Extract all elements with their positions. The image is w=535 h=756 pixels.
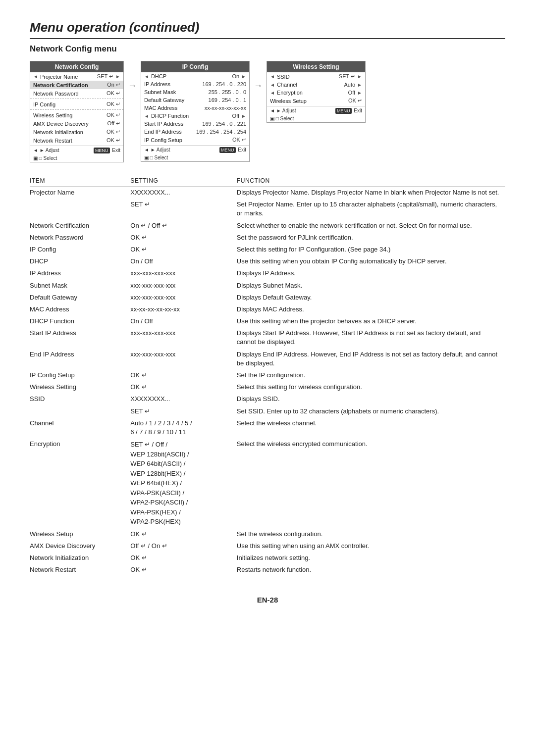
- function-cell: Set SSID. Enter up to 32 characters (alp…: [237, 405, 505, 417]
- function-cell: Displays Default Gateway.: [237, 292, 505, 303]
- table-row: Projector Name XXXXXXXX... Displays Proj…: [30, 187, 505, 199]
- row-value: OK ↵: [107, 112, 120, 118]
- item-cell: IP Config Setup: [30, 369, 130, 381]
- row-label: MAC Address: [144, 105, 205, 111]
- function-cell: Select this setting for wireless configu…: [237, 381, 505, 393]
- row-label: Network Restart: [33, 138, 107, 144]
- row-label: Subnet Mask: [144, 89, 209, 95]
- panel-row-start-ip: Start IP Address 169 . 254 . 0 . 221: [141, 120, 249, 128]
- row-value: SET ↵: [97, 73, 113, 80]
- table-row: IP Address xxx-xxx-xxx-xxx Displays IP A…: [30, 267, 505, 279]
- arrow-right-icon: ►: [357, 90, 362, 96]
- item-cell: Network Password: [30, 232, 130, 244]
- item-cell: Network Certification: [30, 220, 130, 232]
- arrow-left-icon: ◄: [270, 74, 275, 79]
- exit-label: Exit: [112, 148, 120, 153]
- item-cell: Default Gateway: [30, 292, 130, 303]
- ip-config-panel: IP Config ◄ DHCP On ► IP Address 169 . 2…: [141, 61, 250, 162]
- setting-cell: Off ↵ / On ↵: [130, 540, 237, 552]
- col-header-item: ITEM: [30, 177, 130, 187]
- panel-row-net-restart: Network Restart OK ↵: [30, 136, 123, 145]
- row-label: SSID: [277, 74, 339, 80]
- menu-badge: MENU: [219, 147, 236, 153]
- page-title: Menu operation (continued): [30, 20, 505, 39]
- page-number: EN-28: [30, 596, 505, 604]
- row-label: Start IP Address: [144, 121, 202, 127]
- setting-cell: xxx-xxx-xxx-xxx: [130, 349, 237, 369]
- function-cell: Set the password for PJLink certificatio…: [237, 232, 505, 244]
- panel-row-subnet: Subnet Mask 255 . 255 . 0 . 0: [141, 88, 249, 96]
- panel-row-channel: ◄ Channel Auto ►: [267, 81, 365, 89]
- panel-row-dhcp: ◄ DHCP On ►: [141, 72, 249, 80]
- row-value: OK ↵: [107, 137, 120, 144]
- function-cell: Use this setting when the projector beha…: [237, 315, 505, 327]
- arrow-right-icon: ►: [115, 74, 120, 79]
- panel-row-wireless-setting: Wireless Setting OK ↵: [30, 111, 123, 119]
- function-cell: Displays Start IP Address. However, Star…: [237, 327, 505, 348]
- row-label: Network Initialization: [33, 129, 107, 135]
- exit-label: Exit: [354, 108, 362, 113]
- item-cell: Wireless Setup: [30, 528, 130, 540]
- arrow-right-icon: ►: [357, 74, 362, 79]
- function-cell: Select the wireless encrypted communicat…: [237, 438, 505, 528]
- panel-footer: ◄ ► Adjust MENU Exit: [30, 146, 123, 154]
- row-label: IP Address: [144, 81, 202, 87]
- item-cell: Start IP Address: [30, 327, 130, 348]
- panel-footer: ◄ ► Adjust MENU Exit: [141, 145, 249, 154]
- function-cell: Initializes network setting.: [237, 552, 505, 564]
- panel-divider: [30, 99, 123, 99]
- item-cell: Projector Name: [30, 187, 130, 199]
- panel-row-ip-setup: IP Config Setup OK ↵: [141, 136, 249, 144]
- panel-row-encryption: ◄ Encryption Off ►: [267, 89, 365, 97]
- panel-row-gateway: Default Gateway 169 . 254 . 0 . 1: [141, 96, 249, 104]
- setting-cell: OK ↵: [130, 552, 237, 564]
- row-label: End IP Address: [144, 129, 196, 135]
- item-cell: [30, 405, 130, 417]
- menu-panels: Network Config ◄ Projector Name SET ↵ ► …: [30, 61, 505, 162]
- exit-area: MENU Exit: [335, 108, 362, 113]
- item-cell: IP Address: [30, 267, 130, 279]
- setting-cell: XXXXXXXX...: [130, 187, 237, 199]
- setting-cell: xx-xx-xx-xx-xx-xx: [130, 303, 237, 315]
- row-label: Channel: [277, 82, 344, 88]
- function-cell: Use this setting when you obtain IP Conf…: [237, 255, 505, 267]
- table-row: Subnet Mask xxx-xxx-xxx-xxx Displays Sub…: [30, 280, 505, 292]
- row-label: Wireless Setup: [270, 98, 348, 104]
- table-row: Channel Auto / 1 / 2 / 3 / 4 / 5 /6 / 7 …: [30, 417, 505, 438]
- row-value: 169 . 254 . 0 . 220: [202, 81, 246, 87]
- setting-cell: xxx-xxx-xxx-xxx: [130, 327, 237, 348]
- function-cell: Set the IP configuration.: [237, 369, 505, 381]
- row-label: DHCP Function: [151, 113, 232, 119]
- panel-row-end-ip: End IP Address 169 . 254 . 254 . 254: [141, 128, 249, 136]
- exit-label: Exit: [238, 147, 246, 152]
- wireless-setting-header: Wireless Setting: [267, 61, 365, 72]
- panel-footer: ◄ ► Adjust MENU Exit: [267, 106, 365, 115]
- setting-cell: OK ↵: [130, 244, 237, 255]
- item-cell: Network Restart: [30, 564, 130, 576]
- panel-row-mac: MAC Address xx-xx-xx-xx-xx-xx: [141, 104, 249, 112]
- item-cell: SSID: [30, 393, 130, 405]
- arrow-right-icon: ►: [241, 113, 246, 119]
- table-row: IP Config OK ↵ Select this setting for I…: [30, 244, 505, 255]
- row-value: xx-xx-xx-xx-xx-xx: [205, 105, 246, 111]
- table-row: MAC Address xx-xx-xx-xx-xx-xx Displays M…: [30, 303, 505, 315]
- exit-area: MENU Exit: [219, 147, 246, 152]
- setting-cell: Auto / 1 / 2 / 3 / 4 / 5 /6 / 7 / 8 / 9 …: [130, 417, 237, 438]
- row-label: Default Gateway: [144, 97, 209, 103]
- arrow-left-icon: ◄: [144, 74, 149, 79]
- arrow-left-icon: ◄: [144, 113, 149, 119]
- select-label: ▣ □ Select: [267, 115, 365, 122]
- function-cell: Set Projector Name. Enter up to 15 chara…: [237, 199, 505, 219]
- setting-cell: OK ↵: [130, 528, 237, 540]
- arrow-left-icon: ◄: [270, 90, 275, 96]
- panel-row-network-cert: Network Certification On ↵: [30, 81, 123, 89]
- table-row: AMX Device Discovery Off ↵ / On ↵ Use th…: [30, 540, 505, 552]
- table-row: Start IP Address xxx-xxx-xxx-xxx Display…: [30, 327, 505, 348]
- table-row: SSID XXXXXXXX... Displays SSID.: [30, 393, 505, 405]
- item-cell: AMX Device Discovery: [30, 540, 130, 552]
- row-value: Off: [232, 113, 239, 119]
- setting-cell: On / Off: [130, 315, 237, 327]
- setting-cell: xxx-xxx-xxx-xxx: [130, 280, 237, 292]
- table-row: Encryption SET ↵ / Off /WEP 128bit(ASCII…: [30, 438, 505, 528]
- menu-badge: MENU: [335, 108, 352, 114]
